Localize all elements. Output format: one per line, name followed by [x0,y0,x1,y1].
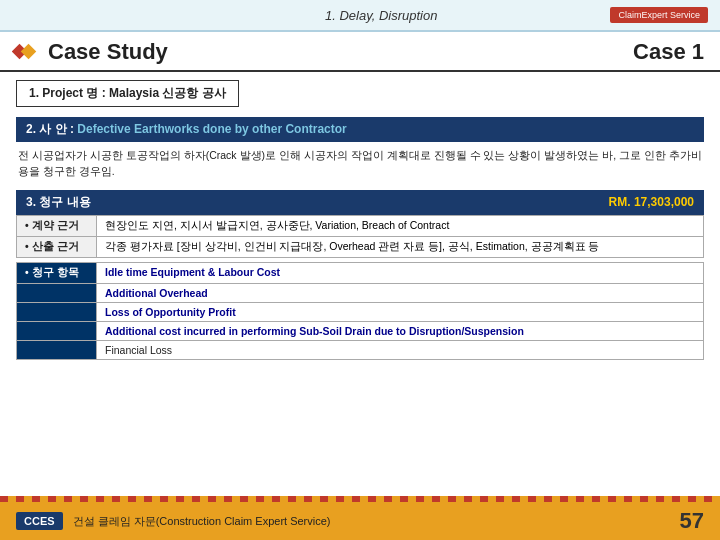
claim-items-table: • 청구 항목Idle time Equipment & Labour Cost… [16,262,704,360]
header-title: 1. Delay, Disruption [152,8,610,23]
logo-icon [12,38,40,66]
case-number: Case 1 [633,39,708,65]
case-header: Case Study Case 1 [0,32,720,72]
claim-item-value: Financial Loss [97,340,704,359]
claim-item-value: Loss of Opportunity Profit [97,302,704,321]
svg-rect-1 [21,44,37,60]
row-value: 현장인도 지연, 지시서 발급지연, 공사중단, Variation, Brea… [97,215,704,236]
section-2-header: 2. 사 안 : Defective Earthworks done by ot… [16,117,704,142]
main-content: 1. Project 명 : Malaysia 신공항 공사 2. 사 안 : … [0,72,720,372]
claim-item-label-cell: • 청구 항목 [17,262,97,283]
claim-item-value: Additional cost incurred in performing S… [97,321,704,340]
section-3-amount: RM. 17,303,000 [609,195,694,209]
footer-left: CCES 건설 클레임 자문(Construction Claim Expert… [16,512,331,530]
list-item: Additional Overhead [17,283,704,302]
list-item: Financial Loss [17,340,704,359]
list-item: Additional cost incurred in performing S… [17,321,704,340]
footer-text: 건설 클레임 자문(Construction Claim Expert Serv… [73,514,331,529]
section-2-heading-colored: Defective Earthworks done by other Contr… [77,122,346,136]
table-row: • 산출 근거각종 평가자료 [장비 상각비, 인건비 지급대장, Overhe… [17,236,704,257]
table-row: • 계약 근거현장인도 지연, 지시서 발급지연, 공사중단, Variatio… [17,215,704,236]
list-item: • 청구 항목Idle time Equipment & Labour Cost [17,262,704,283]
claim-item-label-cell [17,283,97,302]
claim-item-value: Idle time Equipment & Labour Cost [97,262,704,283]
section-1-box: 1. Project 명 : Malaysia 신공항 공사 [16,80,239,107]
claim-item-label-cell [17,321,97,340]
footer-page: 57 [680,508,704,534]
section-2-heading: 2. 사 안 : [26,122,77,136]
top-bar: 1. Delay, Disruption ClaimExpert Service [0,0,720,32]
section-3-title: 3. 청구 내용 [26,194,609,211]
footer: CCES 건설 클레임 자문(Construction Claim Expert… [0,502,720,540]
list-item: Loss of Opportunity Profit [17,302,704,321]
row-label: • 계약 근거 [17,215,97,236]
claim-item-label-cell [17,302,97,321]
claim-table: • 계약 근거현장인도 지연, 지시서 발급지연, 공사중단, Variatio… [16,215,704,258]
section-3-header: 3. 청구 내용 RM. 17,303,000 [16,190,704,215]
row-label: • 산출 근거 [17,236,97,257]
case-study-label: Case Study [48,39,168,65]
claim-item-value: Additional Overhead [97,283,704,302]
claim-item-label-cell [17,340,97,359]
cces-badge: CCES [16,512,63,530]
row-value: 각종 평가자료 [장비 상각비, 인건비 지급대장, Overhead 관련 자… [97,236,704,257]
section-2-body: 전 시공업자가 시공한 토공작업의 하자(Crack 발생)로 인해 시공자의 … [16,148,704,180]
brand-label: ClaimExpert Service [610,7,708,23]
case-study-wrap: Case Study [12,38,168,66]
section-1-label: 1. Project 명 : Malaysia 신공항 공사 [29,86,226,100]
